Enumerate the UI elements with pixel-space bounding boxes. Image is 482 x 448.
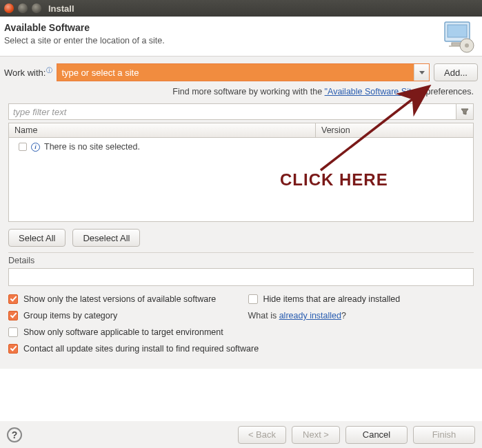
help-button[interactable]: ? <box>7 427 22 442</box>
svg-point-5 <box>465 43 469 48</box>
back-button[interactable]: < Back <box>238 426 286 444</box>
software-sites-link[interactable]: "Available Software Sites" <box>325 87 423 96</box>
window-title: Install <box>48 3 74 14</box>
group-category-checkbox[interactable] <box>8 311 18 320</box>
next-button[interactable]: Next > <box>292 426 340 444</box>
add-button[interactable]: Add... <box>434 63 478 81</box>
contact-sites-checkbox[interactable] <box>8 344 18 354</box>
window-close-button[interactable] <box>4 3 14 13</box>
tree-header: Name Version <box>8 123 474 138</box>
col-version[interactable]: Version <box>316 123 473 137</box>
details-label: Details <box>8 256 474 265</box>
applicable-checkbox[interactable] <box>8 327 18 337</box>
page-subtitle: Select a site or enter the location of a… <box>4 36 474 45</box>
dialog-header: Available Software Select a site or ente… <box>0 17 482 57</box>
workwith-input[interactable]: type or select a site <box>57 64 414 81</box>
already-installed-link[interactable]: already installed <box>279 311 341 320</box>
applicable-label: Show only software applicable to target … <box>23 327 223 337</box>
hide-installed-checkbox[interactable] <box>248 294 258 304</box>
table-row: i There is no site selected. <box>14 141 468 153</box>
show-latest-checkbox[interactable] <box>8 294 18 304</box>
findmore-text: Find more software by working with the "… <box>4 87 478 96</box>
finish-button[interactable]: Finish <box>413 426 475 444</box>
group-category-label: Group items by category <box>23 311 117 320</box>
titlebar: Install <box>0 0 482 17</box>
hide-installed-label: Hide items that are already installed <box>263 294 401 304</box>
show-latest-label: Show only the latest versions of availab… <box>23 294 216 304</box>
row-checkbox[interactable] <box>19 143 27 151</box>
col-name[interactable]: Name <box>9 123 316 137</box>
deselect-all-button[interactable]: Deselect All <box>72 229 140 247</box>
filter-input[interactable]: type filter text <box>8 103 456 120</box>
tree-body[interactable]: i There is no site selected. <box>8 138 474 222</box>
page-title: Available Software <box>4 22 474 33</box>
details-box <box>8 268 474 286</box>
dialog-footer: ? < Back Next > Cancel Finish <box>0 420 482 448</box>
chevron-down-icon[interactable] <box>414 64 429 81</box>
workwith-label: Work with:ⓘ <box>4 66 52 78</box>
whatis-text: What is already installed? <box>248 311 474 320</box>
svg-rect-1 <box>448 25 467 37</box>
contact-sites-label: Contact all update sites during install … <box>23 344 259 354</box>
info-icon: i <box>31 143 40 152</box>
cancel-button[interactable]: Cancel <box>345 426 408 444</box>
empty-message: There is no site selected. <box>44 142 140 152</box>
select-all-button[interactable]: Select All <box>8 229 66 247</box>
filter-clear-button[interactable] <box>456 103 474 120</box>
workwith-combo[interactable]: type or select a site <box>57 63 430 81</box>
window-minimize-button[interactable] <box>18 3 28 13</box>
install-icon <box>442 19 476 56</box>
window-maximize-button[interactable] <box>32 3 41 13</box>
